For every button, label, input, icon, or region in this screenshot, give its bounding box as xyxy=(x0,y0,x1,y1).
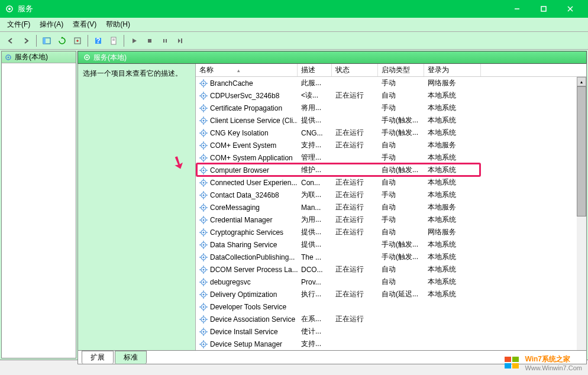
list-body[interactable]: ▴ BranchCache此服...手动网络服务CDPUserSvc_3246b… xyxy=(196,77,586,350)
sort-indicator-icon: ▴ xyxy=(237,67,240,73)
cell-desc: <读... xyxy=(298,90,332,101)
cell-name: Cryptographic Services xyxy=(196,228,298,237)
service-row[interactable]: CoreMessagingMan...正在运行自动本地服务 xyxy=(196,201,586,214)
svg-point-101 xyxy=(203,244,205,245)
right-pane-title: 服务(本地) xyxy=(93,53,127,63)
tab-extended[interactable]: 扩展 xyxy=(82,351,114,364)
cell-logon: 网络服务 xyxy=(424,227,481,237)
tree-root-item[interactable]: 服务(本地) xyxy=(2,51,76,63)
service-row[interactable]: Credential Manager为用...正在运行手动本地系统 xyxy=(196,214,586,226)
service-row[interactable]: COM+ Event System支持...正在运行自动本地服务 xyxy=(196,139,586,151)
help-button[interactable]: ? xyxy=(91,34,105,48)
svg-rect-157 xyxy=(512,363,519,368)
forward-button[interactable] xyxy=(19,34,33,48)
maximize-button[interactable] xyxy=(530,0,557,18)
cell-logon: 本地系统 xyxy=(424,252,481,262)
service-row[interactable]: BranchCache此服...手动网络服务 xyxy=(196,77,586,89)
cell-status: 正在运行 xyxy=(332,140,378,150)
service-row[interactable]: Device Association Service在系...正在运行 xyxy=(196,313,586,325)
cell-name: Computer Browser xyxy=(196,166,298,174)
service-row[interactable]: Connected User Experien...Con...正在运行自动本地… xyxy=(196,176,586,189)
cell-startup: 自动 xyxy=(378,202,424,212)
column-header-status[interactable]: 状态 xyxy=(332,64,378,76)
cell-startup: 手动(触发... xyxy=(378,115,424,125)
scroll-up-button[interactable]: ▴ xyxy=(577,77,586,86)
services-list: 名称▴ 描述 状态 启动类型 登录为 ▴ BranchCache此服...手动网… xyxy=(195,64,586,350)
service-row[interactable]: Cryptographic Services提供...正在运行自动网络服务 xyxy=(196,226,586,238)
cell-startup: 自动 xyxy=(378,90,424,101)
service-row[interactable]: CNG Key IsolationCNG...正在运行手动(触发...本地系统 xyxy=(196,127,586,139)
cell-status: 正在运行 xyxy=(332,177,378,188)
cell-status: 正在运行 xyxy=(332,128,378,138)
service-row[interactable]: Device Install Service使计... xyxy=(196,325,586,338)
service-row[interactable]: debugregsvcProv...自动本地系统 xyxy=(196,276,586,288)
start-service-button[interactable] xyxy=(127,34,141,48)
cell-desc: 维护... xyxy=(298,165,332,175)
column-header-logon[interactable]: 登录为 xyxy=(424,64,481,76)
cell-desc: DCO... xyxy=(298,266,332,274)
cell-logon: 本地系统 xyxy=(424,177,481,188)
service-row[interactable]: Client License Service (Cli...提供...手动(触发… xyxy=(196,114,586,127)
cell-startup: 自动 xyxy=(378,177,424,188)
cell-desc: CNG... xyxy=(298,129,332,137)
cell-logon: 本地系统 xyxy=(424,153,481,163)
service-row[interactable]: COM+ System Application管理...手动本地系统 xyxy=(196,151,586,164)
menu-help[interactable]: 帮助(H) xyxy=(101,18,135,31)
column-header-name[interactable]: 名称▴ xyxy=(196,64,298,76)
svg-point-21 xyxy=(86,57,88,59)
gear-icon xyxy=(199,315,208,324)
cell-name: CNG Key Isolation xyxy=(196,129,298,137)
svg-point-113 xyxy=(203,269,205,270)
cell-startup: 手动 xyxy=(378,153,424,163)
cell-name: Credential Manager xyxy=(196,216,298,224)
service-row[interactable]: DCOM Server Process La...DCO...正在运行自动本地系… xyxy=(196,263,586,276)
cell-desc: 执行... xyxy=(298,289,332,299)
cell-name: Delivery Optimization xyxy=(196,290,298,299)
service-row[interactable]: CDPUserSvc_3246b8<读...正在运行自动本地系统 xyxy=(196,89,586,102)
menu-bar: 文件(F) 操作(A) 查看(V) 帮助(H) xyxy=(0,18,588,32)
refresh-button[interactable] xyxy=(55,34,69,48)
svg-point-95 xyxy=(203,231,205,233)
service-row[interactable]: Delivery Optimization执行...正在运行自动(延迟...本地… xyxy=(196,288,586,300)
cell-name: Data Sharing Service xyxy=(196,241,298,249)
service-row[interactable]: Certificate Propagation将用...手动本地系统 xyxy=(196,102,586,114)
restart-service-button[interactable] xyxy=(173,34,188,48)
cell-startup: 自动 xyxy=(378,140,424,150)
pause-service-button[interactable] xyxy=(158,34,172,48)
service-row[interactable]: DataCollectionPublishing...The ...手动(触发.… xyxy=(196,251,586,263)
properties-button[interactable] xyxy=(106,34,121,48)
tab-standard[interactable]: 标准 xyxy=(115,351,147,364)
menu-view[interactable]: 查看(V) xyxy=(68,18,101,31)
service-row[interactable]: Contact Data_3246b8为联...正在运行手动本地系统 xyxy=(196,189,586,201)
cell-desc: 提供... xyxy=(298,115,332,125)
export-list-button[interactable] xyxy=(70,34,85,48)
cell-desc: Con... xyxy=(298,179,332,187)
service-row[interactable]: Data Sharing Service提供...手动(触发...本地系统 xyxy=(196,238,586,251)
cell-logon: 本地系统 xyxy=(424,264,481,274)
cell-name: Device Setup Manager xyxy=(196,340,298,348)
vertical-scrollbar[interactable]: ▴ xyxy=(577,77,586,350)
tree-root-label: 服务(本地) xyxy=(15,52,48,62)
menu-file[interactable]: 文件(F) xyxy=(2,18,35,31)
column-header-desc[interactable]: 描述 xyxy=(298,64,332,76)
show-hide-pane-button[interactable] xyxy=(40,34,54,48)
minimize-button[interactable] xyxy=(503,0,530,18)
back-button[interactable] xyxy=(4,34,18,48)
stop-service-button[interactable] xyxy=(143,34,157,48)
service-row[interactable]: Developer Tools Service xyxy=(196,300,586,313)
cell-status: 正在运行 xyxy=(332,202,378,212)
svg-point-71 xyxy=(203,182,205,183)
service-row[interactable]: Device Setup Manager支持... xyxy=(196,338,586,350)
gear-icon xyxy=(199,266,208,274)
scroll-thumb[interactable] xyxy=(577,86,586,216)
cell-desc: 此服... xyxy=(298,78,332,88)
close-button[interactable] xyxy=(557,0,583,18)
column-header-startup[interactable]: 启动类型 xyxy=(378,64,424,76)
cell-name: CoreMessaging xyxy=(196,203,298,212)
gear-icon xyxy=(199,92,208,100)
svg-point-29 xyxy=(203,95,205,96)
cell-startup: 自动 xyxy=(378,227,424,237)
cell-logon: 本地系统 xyxy=(424,240,481,250)
menu-action[interactable]: 操作(A) xyxy=(35,18,68,31)
service-row[interactable]: Computer Browser维护...自动(触发...本地系统 xyxy=(196,164,586,176)
